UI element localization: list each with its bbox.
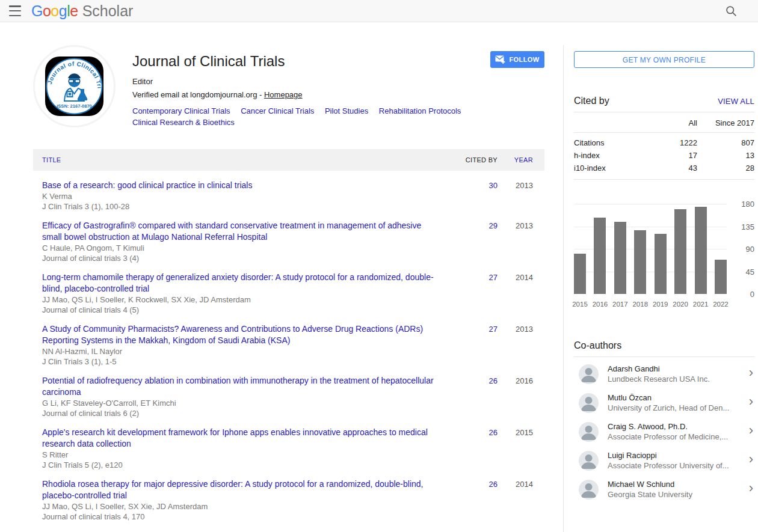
coauthor-affiliation: Lundbeck Research USA Inc. (608, 374, 744, 384)
hamburger-menu-icon[interactable] (7, 5, 23, 17)
cited-count-link[interactable]: 26 (489, 376, 498, 385)
coauthor-row[interactable]: Craig S. Atwood, Ph.D. Associate Profess… (574, 417, 754, 446)
sort-by-year-header[interactable]: YEAR (498, 156, 544, 164)
bar-2020 (674, 209, 686, 294)
article-title-link[interactable]: Efficacy of Gastrografin® compared with … (42, 220, 436, 243)
cited-by-heading: Cited by (574, 96, 609, 106)
coauthor-affiliation: Georgia State University (608, 489, 744, 500)
coauthor-name[interactable]: Mutlu Özcan (608, 393, 744, 403)
cited-count-link[interactable]: 27 (489, 273, 498, 282)
coauthor-affiliation: Associate Professor University of... (608, 460, 744, 471)
chart-plot-area (574, 204, 727, 294)
cited-count-link[interactable]: 26 (489, 428, 498, 437)
article-row: Potential of radiofrequency ablation in … (33, 371, 544, 423)
article-row: A Study of Community Pharmacists? Awaren… (33, 319, 544, 371)
profile-header: Journal of Clinical Trials ISSN: 2167-08… (33, 45, 544, 128)
cited-by-header: CITED BY (454, 156, 498, 164)
view-all-link[interactable]: VIEW ALL (718, 97, 754, 106)
top-bar: Google Scholar (0, 0, 758, 22)
get-my-own-profile-button[interactable]: GET MY OWN PROFILE (574, 51, 754, 68)
article-title-link[interactable]: Base of a research: good clinical practi… (42, 180, 436, 191)
stats-value-since: 807 (697, 138, 754, 147)
chevron-right-icon: › (744, 453, 754, 468)
article-title-link[interactable]: Rhodiola rosea therapy for major depress… (42, 478, 436, 501)
google-scholar-logo[interactable]: Google Scholar (31, 2, 133, 20)
article-venue: Journal of clinical trials 4, 170 (42, 512, 436, 522)
logo-letter: e (70, 2, 78, 20)
article-row: Long-term chamomile therapy of generaliz… (33, 268, 544, 319)
x-tick: 2017 (611, 301, 629, 308)
article-cited-count: 29 (454, 220, 498, 263)
interest-link[interactable]: Contemporary Clinical Trials (132, 105, 230, 117)
article-authors: G Li, KF Staveley-O'Carroll, ET Kimchi (42, 398, 436, 408)
follow-button[interactable]: FOLLOW (490, 51, 544, 68)
articles-table: TITLE CITED BY YEAR Base of a research: … (33, 149, 544, 526)
article-main: Long-term chamomile therapy of generaliz… (33, 272, 454, 315)
homepage-link[interactable]: Homepage (264, 90, 303, 99)
interest-link[interactable]: Pilot Studies (325, 105, 368, 117)
coauthor-name[interactable]: Adarsh Gandhi (608, 364, 744, 374)
article-venue: Journal of clinical trials 3 (4) (42, 253, 436, 263)
coauthors-list: Adarsh Gandhi Lundbeck Research USA Inc.… (574, 357, 754, 504)
article-authors: JJ Mao, QS Li, I Soeller, SX Xie, JD Ams… (42, 501, 436, 512)
article-authors: S Ritter (42, 450, 436, 460)
article-authors: NN Al-Hazmi, IL Naylor (42, 346, 436, 356)
coauthor-row[interactable]: Mutlu Özcan University of Zurich, Head o… (574, 388, 754, 417)
y-tick: 180 (741, 200, 754, 209)
profile-interests: Contemporary Clinical Trials Cancer Clin… (132, 105, 505, 128)
y-tick: 0 (750, 290, 754, 299)
stats-header-row: All Since 2017 (574, 112, 754, 133)
article-main: Rhodiola rosea therapy for major depress… (33, 478, 454, 522)
cited-count-link[interactable]: 30 (489, 181, 498, 190)
cited-count-link[interactable]: 29 (489, 221, 498, 230)
coauthors-section: Co-authors Adarsh Gandhi Lundbeck Resear… (574, 340, 754, 504)
stats-label: Citations (574, 138, 655, 147)
article-title-link[interactable]: Potential of radiofrequency ablation in … (42, 375, 436, 398)
coauthor-row[interactable]: Adarsh Gandhi Lundbeck Research USA Inc.… (574, 359, 754, 388)
coauthor-name[interactable]: Luigi Racioppi (608, 450, 744, 460)
bar-2018 (634, 230, 646, 294)
interest-link[interactable]: Rehabilitation Protocols (379, 105, 461, 117)
interest-link[interactable]: Clinical Research & Bioethics (132, 117, 235, 128)
chevron-right-icon: › (744, 395, 754, 411)
x-tick: 2016 (591, 301, 609, 308)
article-authors: C Haule, PA Ongom, T Kimuli (42, 243, 436, 253)
article-cited-count: 26 (454, 427, 498, 470)
search-icon[interactable] (725, 5, 738, 19)
interest-link[interactable]: Cancer Clinical Trials (241, 105, 314, 117)
coauthor-row[interactable]: Michael W Schlund Georgia State Universi… (574, 475, 754, 504)
article-cited-count: 27 (454, 272, 498, 315)
cited-count-link[interactable]: 26 (489, 480, 498, 489)
x-tick: 2021 (692, 301, 710, 308)
x-tick: 2020 (671, 301, 689, 308)
stats-rows: Citations 1222 807 h-index 17 13 i10-ind… (574, 136, 754, 180)
coauthor-row[interactable]: Luigi Racioppi Associate Professor Unive… (574, 446, 754, 475)
article-cited-count: 26 (454, 478, 498, 522)
stats-col-all: All (655, 118, 697, 127)
stats-value-since: 28 (697, 164, 754, 173)
article-main: Apple's research kit development framewo… (33, 427, 454, 470)
main-column: Journal of Clinical Trials ISSN: 2167-08… (33, 45, 544, 526)
journal-logo-issn: ISSN: 2167-0870 (57, 103, 92, 109)
article-title-link[interactable]: Long-term chamomile therapy of generaliz… (42, 272, 436, 295)
y-tick: 90 (746, 245, 754, 254)
coauthor-affiliation: Associate Professor of Medicine,... (608, 432, 744, 442)
x-tick: 2019 (652, 301, 670, 308)
article-title-link[interactable]: A Study of Community Pharmacists? Awaren… (42, 323, 436, 346)
cited-count-link[interactable]: 27 (489, 325, 498, 334)
article-title-link[interactable]: Apple's research kit development framewo… (42, 427, 436, 450)
sort-by-title-header[interactable]: TITLE (33, 156, 454, 164)
profile-info: Journal of Clinical Trials Editor Verifi… (132, 45, 505, 128)
chevron-right-icon: › (744, 482, 754, 497)
article-year: 2013 (498, 323, 544, 367)
coauthors-heading: Co-authors (574, 340, 621, 351)
bar-2019 (655, 234, 667, 294)
stats-row-i10-index: i10-index 43 28 (574, 162, 754, 174)
article-main: A Study of Community Pharmacists? Awaren… (33, 323, 454, 367)
envelope-plus-icon (495, 55, 505, 64)
article-venue: J Clin Trials 3 (1), 1-5 (42, 356, 436, 367)
follow-label: FOLLOW (509, 56, 539, 63)
cited-by-section: Cited by VIEW ALL All Since 2017 Citatio… (574, 96, 754, 308)
coauthor-name[interactable]: Michael W Schlund (608, 479, 744, 489)
coauthor-name[interactable]: Craig S. Atwood, Ph.D. (608, 421, 744, 432)
